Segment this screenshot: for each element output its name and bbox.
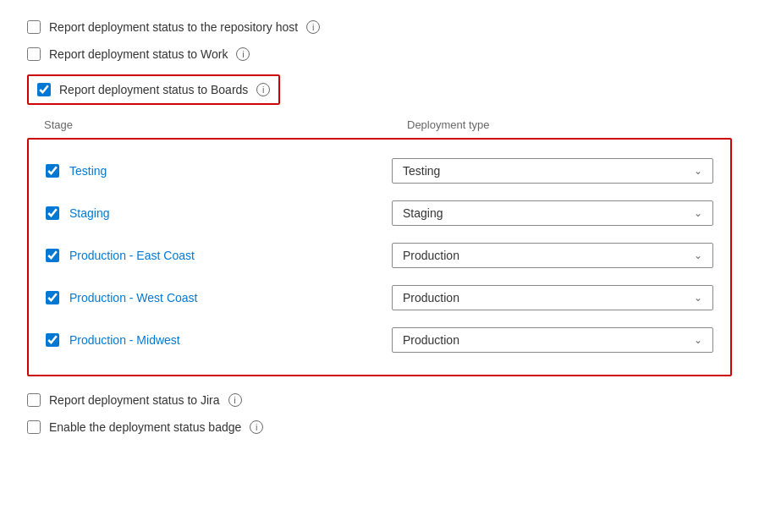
repo-host-info-icon[interactable]: i xyxy=(306,20,320,34)
jira-info-icon[interactable]: i xyxy=(228,393,242,407)
repo-host-label: Report deployment status to the reposito… xyxy=(49,20,298,34)
boards-checkbox[interactable] xyxy=(37,83,51,96)
boards-row-wrap: Report deployment status to Boards i xyxy=(27,74,732,105)
stage-checkbox-east-coast[interactable] xyxy=(46,249,59,262)
chevron-down-icon: ⌄ xyxy=(694,165,702,177)
work-info-icon[interactable]: i xyxy=(236,47,250,61)
stage-dropdown-east-coast[interactable]: Production ⌄ xyxy=(392,243,713,268)
chevron-down-icon: ⌄ xyxy=(694,207,702,219)
badge-info-icon[interactable]: i xyxy=(250,420,263,434)
stage-checkbox-staging[interactable] xyxy=(46,206,59,220)
boards-label: Report deployment status to Boards xyxy=(59,83,248,96)
boards-row: Report deployment status to Boards i xyxy=(27,74,280,105)
type-column-header: Deployment type xyxy=(407,118,729,131)
stage-dropdown-midwest[interactable]: Production ⌄ xyxy=(392,327,713,353)
badge-label: Enable the deployment status badge xyxy=(49,420,241,434)
stage-dropdown-value-west-coast: Production xyxy=(403,291,459,304)
stage-table: Testing Testing ⌄ Staging Staging ⌄ Prod… xyxy=(27,138,732,376)
repo-host-row: Report deployment status to the reposito… xyxy=(27,20,732,34)
work-label: Report deployment status to Work xyxy=(49,47,228,61)
stage-dropdown-value-midwest: Production xyxy=(403,333,459,347)
stage-dropdown-testing[interactable]: Testing ⌄ xyxy=(392,158,713,184)
badge-row: Enable the deployment status badge i xyxy=(27,420,732,434)
stage-checkbox-west-coast[interactable] xyxy=(46,291,59,304)
boards-info-icon[interactable]: i xyxy=(256,83,270,96)
stage-checkbox-testing[interactable] xyxy=(46,164,59,178)
stage-row: Production - West Coast Production ⌄ xyxy=(42,277,717,319)
repo-host-checkbox[interactable] xyxy=(27,20,41,34)
chevron-down-icon: ⌄ xyxy=(694,292,702,304)
badge-checkbox[interactable] xyxy=(27,420,41,434)
work-checkbox[interactable] xyxy=(27,47,41,61)
stage-dropdown-west-coast[interactable]: Production ⌄ xyxy=(392,285,713,310)
stage-row: Production - Midwest Production ⌄ xyxy=(42,319,717,361)
stage-dropdown-value-east-coast: Production xyxy=(403,249,459,262)
stage-checkbox-midwest[interactable] xyxy=(46,333,59,347)
stage-dropdown-value-testing: Testing xyxy=(403,164,440,178)
stage-dropdown-staging[interactable]: Staging ⌄ xyxy=(392,200,713,226)
stage-name-east-coast: Production - East Coast xyxy=(69,249,382,262)
jira-label: Report deployment status to Jira xyxy=(49,393,220,407)
stage-name-staging: Staging xyxy=(69,206,382,220)
jira-row: Report deployment status to Jira i xyxy=(27,393,732,407)
stage-row: Testing Testing ⌄ xyxy=(42,150,717,192)
stage-name-midwest: Production - Midwest xyxy=(69,333,382,347)
stage-dropdown-value-staging: Staging xyxy=(403,206,443,220)
stage-row: Production - East Coast Production ⌄ xyxy=(42,234,717,277)
jira-checkbox[interactable] xyxy=(27,393,41,407)
work-row: Report deployment status to Work i xyxy=(27,47,732,61)
stage-name-west-coast: Production - West Coast xyxy=(69,291,382,304)
stage-row: Staging Staging ⌄ xyxy=(42,192,717,234)
stage-name-testing: Testing xyxy=(69,164,382,178)
chevron-down-icon: ⌄ xyxy=(694,250,702,261)
chevron-down-icon: ⌄ xyxy=(694,334,702,346)
stage-column-header: Stage xyxy=(44,118,397,131)
